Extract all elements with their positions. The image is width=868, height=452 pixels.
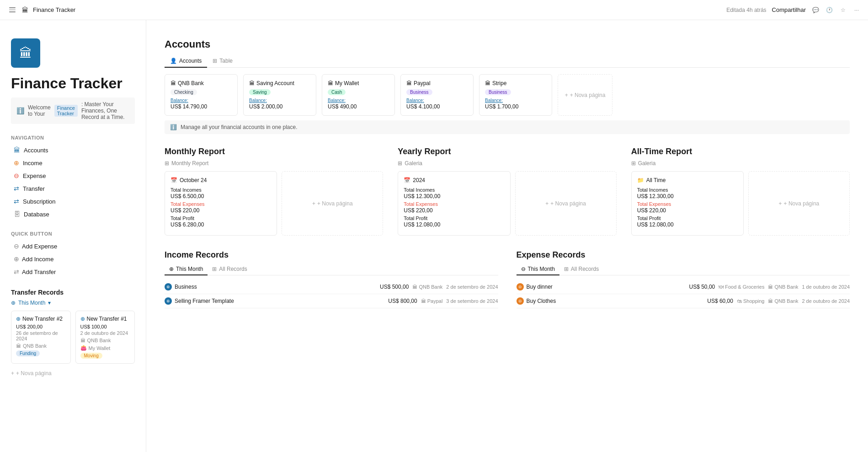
alltime-expenses-label: Total Expenses: [637, 201, 738, 207]
nova-pagina-account[interactable]: + + Nova página: [558, 74, 612, 116]
accounts-tab-label: Accounts: [179, 58, 202, 64]
transfer-card-1-date: 26 de setembro de 2024: [16, 330, 66, 341]
clock-icon[interactable]: 🕐: [825, 6, 833, 14]
chat-icon[interactable]: 💬: [811, 6, 820, 14]
stripe-balance-label[interactable]: Balance:: [485, 98, 546, 103]
stripe-title: 🏛 Stripe: [485, 80, 546, 86]
tab-table[interactable]: ⊞ Table: [207, 55, 238, 68]
monthly-expenses-amount: US$ 220,00: [170, 207, 271, 214]
paypal-balance-label[interactable]: Balance:: [406, 98, 468, 103]
add-transfer-icon: ⇄: [14, 268, 19, 275]
expense-record-1-date: 2 de outubro de 2024: [802, 298, 850, 304]
alltime-view-icon: ⊞: [631, 160, 636, 167]
qnb-balance: US$ 14.790,00: [170, 103, 232, 110]
income-tab-thismonth-label: This Month: [176, 266, 203, 272]
topbar-right: Editada 4h atrás Compartilhar 💬 🕐 ☆ ···: [726, 6, 861, 14]
income-tab-thismonth-icon: ⊕: [169, 266, 174, 272]
saving-balance: US$ 2.000,00: [249, 103, 310, 110]
alltime-report-section: All-Time Report ⊞ Galeria 📁 All Time Tot…: [631, 147, 850, 236]
transfer-card-1-title: ⊕ New Transfer #2: [16, 316, 66, 322]
main-wrapper: 🏛 Finance Tracker ℹ️ Welcome to Your Fin…: [0, 20, 868, 452]
income-record-0-left: ⊕ Business: [165, 283, 197, 291]
paypal-balance: US$ 4.100,00: [406, 103, 468, 110]
stripe-tag: Business: [485, 89, 511, 95]
add-expense-icon: ⊖: [14, 242, 19, 250]
nova-pagina-yearly-icon: +: [545, 200, 548, 207]
accounts-info-banner: ℹ️ Manage all your financial accounts in…: [165, 120, 850, 134]
nova-pagina-yearly[interactable]: + + Nova página: [515, 171, 617, 236]
nova-pagina-sidebar[interactable]: + + Nova página: [11, 367, 135, 379]
saving-balance-label[interactable]: Balance:: [249, 98, 310, 103]
sidebar-item-income[interactable]: ⊕ Income: [11, 157, 135, 169]
income-tab-thismonth[interactable]: ⊕ This Month: [165, 264, 208, 275]
yearly-expenses-row: Total Expenses US$ 220,00: [404, 201, 504, 214]
info-icon: ℹ️: [16, 107, 24, 114]
expense-tab-thismonth-icon: ⊖: [521, 266, 526, 272]
expense-tab-allrecords-icon: ⊞: [564, 266, 569, 272]
nova-pagina-alltime[interactable]: + + Nova página: [748, 171, 850, 236]
sidebar-item-subscription-label: Subscription: [23, 198, 56, 205]
sidebar-item-accounts[interactable]: 🏛 Accounts: [11, 144, 135, 156]
nova-pagina-monthly[interactable]: + + Nova página: [282, 171, 383, 236]
add-income-button[interactable]: ⊕ Add Income: [11, 253, 135, 265]
paypal-title: 🏛 Paypal: [406, 80, 468, 86]
income-record-0-name: Business: [175, 284, 197, 290]
welcome-banner: ℹ️ Welcome to Your Finance Tracker : Mas…: [11, 97, 135, 124]
alltime-profit-label: Total Profit: [637, 215, 738, 221]
alltime-incomes-label: Total Incomes: [637, 187, 738, 193]
expense-tab-allrecords[interactable]: ⊞ All Records: [559, 264, 603, 275]
menu-icon[interactable]: [7, 5, 17, 14]
income-records-section: Income Records ⊕ This Month ⊞ All Record…: [165, 250, 498, 308]
yearly-card-icon: 📅: [404, 177, 410, 183]
add-expense-button[interactable]: ⊖ Add Expense: [11, 240, 135, 252]
income-tab-allrecords[interactable]: ⊞ All Records: [208, 264, 251, 275]
income-record-1-bank-icon: 🏛: [421, 298, 426, 304]
income-record-1: ⊕ Selling Framer Template US$ 800,00 🏛 P…: [165, 294, 498, 308]
alltime-profit-amount: US$ 12.080,00: [637, 221, 738, 228]
income-tab-allrecords-label: All Records: [219, 266, 247, 272]
accounts-tab-icon: 👤: [170, 58, 177, 64]
expense-records-section: Expense Records ⊖ This Month ⊞ All Recor…: [517, 250, 850, 308]
sidebar: 🏛 Finance Tracker ℹ️ Welcome to Your Fin…: [0, 20, 146, 452]
expense-tab-allrecords-label: All Records: [571, 266, 599, 272]
monthly-profit-amount: US$ 6.280,00: [170, 221, 271, 228]
bank-icon-1: 🏛: [16, 343, 21, 349]
account-card-paypal: 🏛 Paypal Business Balance: US$ 4.100,00: [400, 74, 474, 116]
alltime-report-cards: 📁 All Time Total Incomes US$ 12.300,00 T…: [631, 171, 850, 236]
transfer-filter[interactable]: ⊕ This Month ▾: [11, 300, 135, 306]
more-icon[interactable]: ···: [852, 6, 861, 14]
records-grid: Income Records ⊕ This Month ⊞ All Record…: [165, 250, 850, 308]
yearly-card-title: 📅 2024: [404, 177, 504, 183]
sidebar-item-expense[interactable]: ⊖ Expense: [11, 170, 135, 182]
monthly-report-section: Monthly Report ⊞ Monthly Report 📅 Octobe…: [165, 147, 383, 236]
transfer-card-2: ⊕ New Transfer #1 US$ 100,00 2 de outubr…: [75, 311, 135, 364]
sidebar-item-subscription[interactable]: ⇄ Subscription: [11, 195, 135, 207]
accounts-info-icon: ℹ️: [170, 124, 177, 130]
expense-record-1-category: 🛍 Shopping: [737, 298, 765, 304]
expense-record-1-name: Buy Clothes: [527, 298, 556, 304]
filter-label: This Month: [18, 300, 45, 306]
wallet-balance-label[interactable]: Balance:: [328, 98, 389, 103]
yearly-view-label: ⊞ Galeria: [398, 160, 616, 167]
transfer-card-2-amount: US$ 100,00: [80, 324, 130, 329]
quick-button-title: Quick Button: [11, 231, 135, 237]
share-button[interactable]: Compartilhar: [772, 6, 806, 13]
sidebar-item-database[interactable]: 🗄 Database: [11, 208, 135, 220]
expense-record-1-cat-icon: 🛍: [737, 298, 742, 304]
transfer-card-1-amount: US$ 200,00: [16, 324, 66, 329]
monthly-card-title: 📅 October 24: [170, 177, 271, 183]
tab-accounts[interactable]: 👤 Accounts: [165, 55, 207, 68]
add-income-label: Add Income: [22, 256, 53, 263]
star-icon[interactable]: ☆: [839, 6, 847, 14]
add-transfer-button[interactable]: ⇄ Add Transfer: [11, 266, 135, 278]
qnb-balance-label[interactable]: Balance:: [170, 98, 232, 103]
expense-records-tabs: ⊖ This Month ⊞ All Records: [517, 264, 850, 275]
table-tab-icon: ⊞: [213, 58, 217, 64]
expense-tab-thismonth[interactable]: ⊖ This Month: [517, 264, 559, 275]
wallet-icon: 👛: [80, 345, 87, 351]
topbar-title: Finance Tracker: [33, 6, 75, 13]
transfer-card-2-bank2: 👛 My Wallet: [80, 345, 130, 351]
yearly-incomes-row: Total Incomes US$ 12.300,00: [404, 187, 504, 199]
sidebar-item-transfer[interactable]: ⇄ Transfer: [11, 183, 135, 194]
edited-text: Editada 4h atrás: [726, 7, 766, 13]
